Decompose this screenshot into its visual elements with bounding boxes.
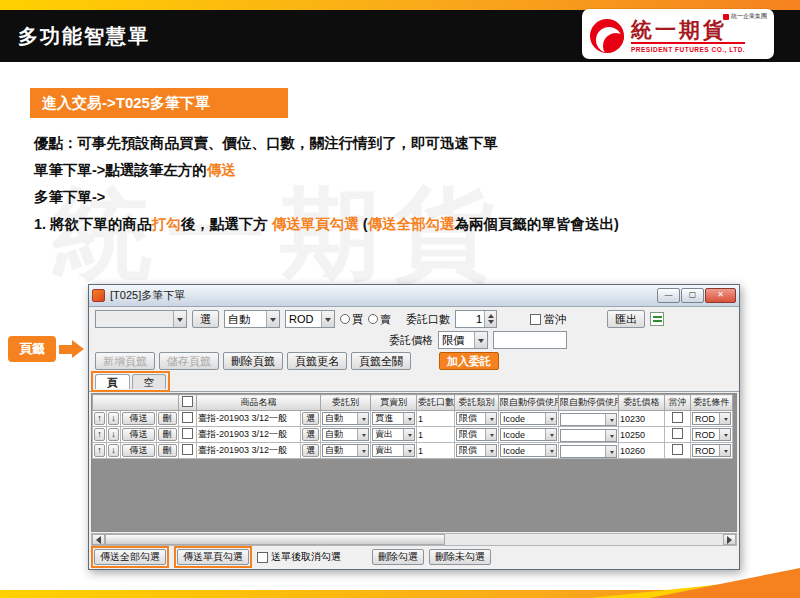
delete-row-button[interactable]: 刪: [158, 412, 177, 425]
send-page-checked-button[interactable]: 傳送單頁勾選: [177, 549, 249, 565]
scroll-right-button[interactable]: [723, 534, 736, 545]
col-stop1: 限自動停價使用: [499, 395, 559, 411]
delete-checked-button[interactable]: 刪除勾選: [372, 549, 424, 565]
scroll-left-button[interactable]: [92, 534, 105, 545]
minimize-button[interactable]: —: [657, 288, 680, 303]
close-all-tabs-button[interactable]: 頁籤全關: [351, 352, 411, 370]
order-row-1: ↑ ↓ 傳送 刪 臺指-201903 3/12一般 選 自動 買進 1 限價 I…: [93, 411, 733, 427]
row-price-type-combo[interactable]: 限價: [456, 428, 497, 441]
row-daytrade-checkbox[interactable]: [672, 428, 683, 439]
move-up-button[interactable]: ↑: [94, 412, 105, 425]
row-side-combo[interactable]: 賣出: [372, 444, 415, 457]
order-cond-combo[interactable]: ROD: [285, 310, 335, 328]
row-stop1-combo[interactable]: Icode: [500, 428, 557, 441]
row-side-combo[interactable]: 賣出: [372, 428, 415, 441]
row-checkbox[interactable]: [182, 428, 193, 439]
slide: 多功能智慧單 統一企業集團 統一期貨 PRESIDENT FUTURES CO.…: [0, 0, 800, 598]
spinner-arrows-icon[interactable]: [484, 311, 496, 327]
tab-page-2[interactable]: 空: [132, 374, 167, 389]
pick-row-product-button[interactable]: 選: [302, 428, 319, 441]
rename-tab-button[interactable]: 頁籤更名: [287, 352, 347, 370]
move-down-button[interactable]: ↓: [108, 428, 119, 441]
t025-window: [T025]多筆下單 — ▢ ✕ 選 自動 ROD 買 賣 委託口數 1 當沖: [88, 284, 740, 570]
delete-unchecked-button[interactable]: 刪除未勾選: [429, 549, 491, 565]
save-tab-button[interactable]: 儲存頁籤: [159, 352, 219, 370]
row-daytrade-checkbox[interactable]: [672, 412, 683, 423]
row-stop2-combo[interactable]: [560, 429, 617, 442]
uncheck-after-send-checkbox[interactable]: 送單後取消勾選: [257, 550, 341, 564]
callout-arrow-icon: [59, 340, 84, 358]
export-button[interactable]: 匯出: [607, 310, 645, 328]
row-checkbox[interactable]: [182, 412, 193, 423]
col-price-type: 委託類別: [455, 395, 499, 411]
move-down-button[interactable]: ↓: [108, 412, 119, 425]
send-row-button[interactable]: 傳送: [122, 444, 155, 457]
horizontal-scrollbar[interactable]: [91, 533, 737, 546]
notes-block: 優點：可事先預設商品買賣、價位、口數，關注行情到了，即可迅速下單 單筆下單->點…: [34, 134, 774, 242]
row-price-type-combo[interactable]: 限價: [456, 444, 497, 457]
row-qty[interactable]: 1: [417, 427, 455, 443]
add-tab-button[interactable]: 新增頁籤: [95, 352, 155, 370]
radio-dot-icon: [368, 314, 378, 324]
move-down-button[interactable]: ↓: [108, 444, 119, 457]
send-row-button[interactable]: 傳送: [122, 428, 155, 441]
row-stop2-combo[interactable]: [560, 413, 617, 426]
close-button[interactable]: ✕: [705, 288, 736, 303]
window-titlebar[interactable]: [T025]多筆下單 — ▢ ✕: [89, 285, 739, 307]
row-price[interactable]: 10260: [619, 443, 665, 459]
row-stop1-combo[interactable]: Icode: [500, 444, 557, 457]
scrollbar-thumb[interactable]: [105, 534, 445, 545]
scrollbar-track[interactable]: [105, 534, 723, 545]
row-cond-combo[interactable]: ROD: [692, 444, 731, 457]
move-up-button[interactable]: ↑: [94, 444, 105, 457]
row-cond-combo[interactable]: ROD: [692, 428, 731, 441]
buy-radio[interactable]: 買: [340, 312, 363, 327]
order-row-2: ↑ ↓ 傳送 刪 臺指-201903 3/12一般 選 自動 賣出 1 限價 I…: [93, 427, 733, 443]
row-cond-combo[interactable]: ROD: [692, 412, 731, 425]
row-stop2-combo[interactable]: [560, 445, 617, 458]
qty-spinner[interactable]: 1: [455, 310, 497, 328]
highlight-send-all: 傳送全部勾選: [368, 216, 455, 232]
note-line-3: 多筆下單->: [34, 188, 774, 206]
row-order-type-combo[interactable]: 自動: [322, 444, 369, 457]
row-price[interactable]: 10230: [619, 411, 665, 427]
select-all-checkbox[interactable]: [182, 396, 193, 407]
pick-row-product-button[interactable]: 選: [302, 412, 319, 425]
order-row-3: ↑ ↓ 傳送 刪 臺指-201903 3/12一般 選 自動 賣出 1 限價 I…: [93, 443, 733, 459]
row-price[interactable]: 10250: [619, 427, 665, 443]
row-daytrade-checkbox[interactable]: [672, 444, 683, 455]
orders-table-area: 商品名稱 委託別 買賣別 委託口數 委託類別 限自動停價使用 限自動停價使用 委…: [91, 393, 737, 532]
pick-row-product-button[interactable]: 選: [302, 444, 319, 457]
price-input[interactable]: [493, 331, 567, 349]
tab-strip: 頁 空: [89, 371, 739, 392]
order-type-combo[interactable]: 自動: [224, 310, 280, 328]
table-header-row: 商品名稱 委託別 買賣別 委託口數 委託類別 限自動停價使用 限自動停價使用 委…: [93, 395, 733, 411]
price-type-combo[interactable]: 限價: [438, 331, 488, 349]
brand-emblem-icon: [590, 19, 624, 53]
maximize-button[interactable]: ▢: [681, 288, 704, 303]
add-order-button[interactable]: 加入委託: [439, 352, 499, 370]
checkbox-icon: [257, 552, 268, 563]
send-row-button[interactable]: 傳送: [122, 412, 155, 425]
brand-logo-card: 統一企業集團 統一期貨 PRESIDENT FUTURES CO., LTD.: [582, 9, 774, 59]
row-order-type-combo[interactable]: 自動: [322, 428, 369, 441]
tab-page-1[interactable]: 頁: [95, 374, 130, 389]
export-file-icon[interactable]: [650, 312, 664, 326]
pick-product-button[interactable]: 選: [192, 310, 219, 328]
row-qty[interactable]: 1: [417, 411, 455, 427]
daytrade-checkbox[interactable]: 當沖: [530, 312, 566, 327]
brand-subtitle: PRESIDENT FUTURES CO., LTD.: [631, 46, 745, 53]
row-order-type-combo[interactable]: 自動: [322, 412, 369, 425]
row-price-type-combo[interactable]: 限價: [456, 412, 497, 425]
row-qty[interactable]: 1: [417, 443, 455, 459]
delete-row-button[interactable]: 刪: [158, 428, 177, 441]
move-up-button[interactable]: ↑: [94, 428, 105, 441]
row-side-combo[interactable]: 買進: [372, 412, 415, 425]
sell-radio[interactable]: 賣: [368, 312, 391, 327]
row-stop1-combo[interactable]: Icode: [500, 412, 557, 425]
product-code-combo[interactable]: [95, 310, 187, 328]
send-all-checked-button[interactable]: 傳送全部勾選: [94, 549, 166, 565]
delete-tab-button[interactable]: 刪除頁籤: [223, 352, 283, 370]
delete-row-button[interactable]: 刪: [158, 444, 177, 457]
row-checkbox[interactable]: [182, 444, 193, 455]
